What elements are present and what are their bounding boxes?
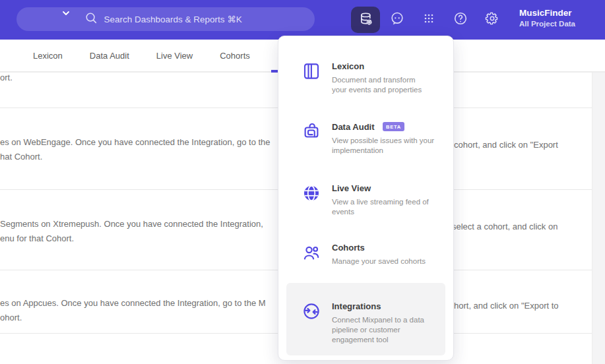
project-subtitle: All Project Data <box>519 19 597 28</box>
chevron-down-icon <box>61 9 71 20</box>
menu-item-cohorts[interactable]: Cohorts Manage your saved cohorts <box>302 243 444 266</box>
database-gear-icon <box>358 11 374 30</box>
list-row-text: select a cohort, and click on <box>452 220 557 234</box>
project-name: MusicFinder <box>519 7 597 19</box>
list-row-text: cohort, and click on "Export <box>454 138 558 152</box>
data-management-button[interactable] <box>351 7 380 33</box>
menu-item-title: Lexicon <box>332 61 422 72</box>
data-management-dropdown: Lexicon Document and transform your even… <box>278 36 454 361</box>
top-navigation-bar: MusicFinder All Project Data <box>0 0 605 40</box>
help-button[interactable] <box>446 7 475 33</box>
tab-data-audit[interactable]: Data Audit <box>90 51 129 61</box>
settings-button[interactable] <box>478 7 507 33</box>
lexicon-book-icon <box>302 61 321 95</box>
menu-item-title: Integrations <box>332 301 424 312</box>
list-row-text: es on WebEngage. Once you have connected… <box>0 135 271 164</box>
menu-item-integrations[interactable]: Integrations Connect Mixpanel to a data … <box>302 301 436 345</box>
search-input[interactable] <box>104 15 248 24</box>
feedback-button[interactable] <box>383 7 412 33</box>
gear-icon <box>484 11 500 29</box>
menu-item-description: Connect Mixpanel to a data pipeline or c… <box>332 315 424 345</box>
menu-item-description: View possible issues with your implement… <box>332 136 434 156</box>
menu-item-title: Data Audit <box>332 122 375 133</box>
list-row-text: hort, and click on "Export to <box>454 299 559 313</box>
apps-grid-button[interactable] <box>414 7 443 33</box>
menu-item-title: Live View <box>332 183 429 194</box>
menu-item-description: Document and transform your events and p… <box>332 75 422 95</box>
menu-item-integrations-highlight[interactable]: Integrations Connect Mixpanel to a data … <box>286 283 445 355</box>
menu-item-title: Cohorts <box>332 243 426 253</box>
app-window: ort. es on WebEngage. Once you have conn… <box>0 0 605 364</box>
menu-item-description: View a live streaming feed of events <box>332 197 429 217</box>
chat-bubble-icon <box>389 11 405 29</box>
menu-item-lexicon[interactable]: Lexicon Document and transform your even… <box>302 61 444 95</box>
tab-lexicon[interactable]: Lexicon <box>33 51 63 61</box>
integrations-sync-icon <box>302 301 321 345</box>
menu-item-live-view[interactable]: Live View View a live streaming feed of … <box>302 183 444 217</box>
globe-icon <box>302 183 321 217</box>
search-icon <box>84 11 98 28</box>
grid-dots-icon <box>421 11 437 29</box>
menu-item-description: Manage your saved cohorts <box>332 257 426 266</box>
scrollbar-track[interactable] <box>592 73 605 364</box>
list-row-text: ort. <box>0 71 13 85</box>
project-selector[interactable]: MusicFinder All Project Data <box>519 7 597 34</box>
menu-item-data-audit[interactable]: Data Audit BETA View possible issues wit… <box>302 121 444 156</box>
beta-badge: BETA <box>383 122 404 131</box>
audit-lock-icon <box>302 121 321 156</box>
topbar-icon-cluster <box>351 7 507 33</box>
tab-cohorts[interactable]: Cohorts <box>220 51 250 61</box>
list-row-text: es on Appcues. Once you have connected t… <box>0 296 266 325</box>
people-icon <box>302 243 321 266</box>
tab-live-view[interactable]: Live View <box>156 51 193 61</box>
list-row-text: Segments on Xtremepush. Once you have co… <box>0 217 263 246</box>
question-mark-icon <box>453 11 468 29</box>
